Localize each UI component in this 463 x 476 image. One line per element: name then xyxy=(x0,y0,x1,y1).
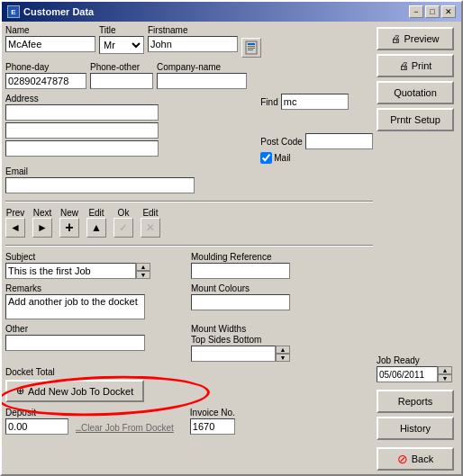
phone-other-group: Phone-other xyxy=(90,62,153,89)
mount-widths-group: Mount Widths Top Sides Bottom ▲ ▼ xyxy=(191,324,373,362)
mount-colours-input[interactable] xyxy=(191,294,290,310)
email-row: Email xyxy=(5,166,373,193)
clear-job-link[interactable]: ⎽ Clear Job From Docket xyxy=(76,408,174,435)
postcode-group: Post Code xyxy=(260,133,373,149)
title-label: Title xyxy=(99,25,144,35)
job-ready-spinner: ▲ ▼ xyxy=(438,366,452,382)
history-button[interactable]: History xyxy=(377,417,454,440)
remarks-group: Remarks Add another job to the docket xyxy=(5,283,187,319)
docket-total-label: Docket Total xyxy=(5,367,55,377)
close-button[interactable]: ✕ xyxy=(441,5,456,18)
mail-row: Mail xyxy=(260,152,373,164)
prev-group: Prev ◄ xyxy=(5,208,25,238)
edit-group: Edit ▲ xyxy=(86,208,106,238)
moulding-group: Moulding Reference xyxy=(191,252,373,279)
next-button[interactable]: ► xyxy=(32,218,52,238)
quotation-button[interactable]: Quotation xyxy=(377,81,454,104)
invoice-group: Invoice No. xyxy=(190,408,235,435)
job-ready-input-wrapper: ▲ ▼ xyxy=(377,366,458,382)
post-code-input[interactable] xyxy=(305,133,373,149)
job-ready-up-btn[interactable]: ▲ xyxy=(438,366,452,374)
del-group: Edit ✕ xyxy=(141,208,160,238)
reports-label: Reports xyxy=(398,396,433,407)
mail-label: Mail xyxy=(274,153,290,163)
mount-down-btn[interactable]: ▼ xyxy=(276,354,290,362)
new-button[interactable]: + xyxy=(59,218,79,238)
company-name-input[interactable] xyxy=(157,73,247,89)
address-input-2[interactable] xyxy=(5,122,159,139)
other-mount-widths-row: Other Mount Widths Top Sides Bottom ▲ ▼ xyxy=(5,324,373,362)
phone-day-input[interactable] xyxy=(5,73,86,89)
next-group: Next ► xyxy=(32,208,52,238)
find-input[interactable] xyxy=(281,94,349,110)
invoice-input[interactable] xyxy=(190,418,235,435)
subject-group: Subject ▲ ▼ xyxy=(5,252,187,279)
title-select[interactable]: Mr Mrs Ms xyxy=(99,36,144,54)
print-label: Print xyxy=(412,60,432,71)
job-ready-input[interactable] xyxy=(377,366,438,382)
right-panel: 🖨 Preview 🖨 Print Quotation Prntr Setup … xyxy=(377,25,458,471)
deposit-label: Deposit xyxy=(5,408,68,418)
ok-button[interactable]: ✓ xyxy=(113,218,133,238)
title-buttons: − □ ✕ xyxy=(409,5,456,18)
moulding-input[interactable] xyxy=(191,263,290,279)
company-name-group: Company-name xyxy=(157,62,247,89)
back-button[interactable]: ⊘ Back xyxy=(377,447,454,471)
title-bar: E Customer Data − □ ✕ xyxy=(2,2,461,22)
maximize-button[interactable]: □ xyxy=(425,5,440,18)
prntr-setup-button[interactable]: Prntr Setup xyxy=(377,108,454,131)
edit-button[interactable]: ▲ xyxy=(86,218,106,238)
find-group: Find xyxy=(260,94,373,110)
reports-button[interactable]: Reports xyxy=(377,390,454,413)
address-book-icon[interactable] xyxy=(241,38,261,58)
email-input[interactable] xyxy=(5,177,195,193)
del-button[interactable]: ✕ xyxy=(141,218,160,238)
post-code-label: Post Code xyxy=(260,137,303,147)
mail-checkbox[interactable] xyxy=(260,152,272,164)
other-label: Other xyxy=(5,324,187,334)
subject-up-btn[interactable]: ▲ xyxy=(136,263,150,271)
moulding-label: Moulding Reference xyxy=(191,252,373,262)
address-label: Address xyxy=(5,94,257,103)
window-title: Customer Data xyxy=(23,6,94,17)
subject-input[interactable] xyxy=(5,263,136,279)
new-label: New xyxy=(60,208,78,218)
email-group: Email xyxy=(5,166,195,193)
minimize-button[interactable]: − xyxy=(409,5,423,18)
edit-label: Edit xyxy=(88,208,104,218)
mount-up-btn[interactable]: ▲ xyxy=(276,346,290,354)
mount-widths-input[interactable] xyxy=(191,346,276,362)
print-button[interactable]: 🖨 Print xyxy=(377,54,454,77)
address-input-1[interactable] xyxy=(5,104,159,121)
phone-other-input[interactable] xyxy=(90,73,153,89)
clear-job-label[interactable]: Clear Job From Docket xyxy=(81,423,174,433)
remarks-input[interactable]: Add another job to the docket xyxy=(5,294,145,319)
docket-section: Docket Total ⊕ Add New Job To Docket Dep… xyxy=(5,367,373,435)
name-row: Name Title Mr Mrs Ms Firstname xyxy=(5,25,373,58)
firstname-input[interactable] xyxy=(148,36,238,52)
job-ready-down-btn[interactable]: ▼ xyxy=(438,374,452,382)
back-icon: ⊘ xyxy=(397,452,408,466)
prev-button[interactable]: ◄ xyxy=(5,218,25,238)
svg-rect-2 xyxy=(248,46,255,47)
del-label: Edit xyxy=(142,208,158,218)
ok-label: Ok xyxy=(118,208,130,218)
preview-button[interactable]: 🖨 Preview xyxy=(377,27,454,50)
address-input-3[interactable] xyxy=(5,140,159,157)
firstname-group: Firstname xyxy=(148,25,238,52)
subject-down-btn[interactable]: ▼ xyxy=(136,271,150,279)
deposit-invoice-row: Deposit ⎽ Clear Job From Docket Invoice … xyxy=(5,408,373,435)
print-icon: 🖨 xyxy=(399,60,409,71)
phone-day-group: Phone-day xyxy=(5,62,86,89)
other-input[interactable] xyxy=(5,335,145,351)
add-new-job-button[interactable]: ⊕ Add New Job To Docket xyxy=(5,380,144,402)
remarks-mount-row: Remarks Add another job to the docket Mo… xyxy=(5,283,373,319)
svg-rect-3 xyxy=(248,48,255,49)
top-sides-bottom-label: Top Sides Bottom xyxy=(191,335,373,345)
deposit-input[interactable] xyxy=(5,418,68,435)
title-group: Title Mr Mrs Ms xyxy=(99,25,144,54)
preview-label: Preview xyxy=(404,33,439,44)
left-panel: Name Title Mr Mrs Ms Firstname xyxy=(5,25,373,471)
name-input[interactable] xyxy=(5,36,95,52)
mount-colours-label: Mount Colours xyxy=(191,283,373,293)
